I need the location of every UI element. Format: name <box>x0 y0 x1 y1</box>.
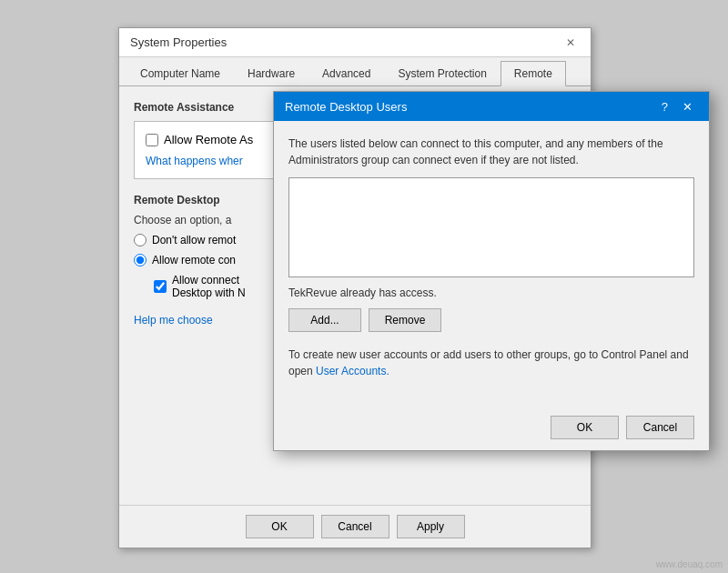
tab-remote[interactable]: Remote <box>500 61 566 86</box>
user-accounts-link[interactable]: User Accounts. <box>316 365 389 377</box>
rdu-close-button[interactable]: ✕ <box>677 99 698 115</box>
system-properties-title: System Properties <box>130 35 227 49</box>
system-properties-footer: OK Cancel Apply <box>119 505 591 548</box>
system-properties-titlebar: System Properties ✕ <box>119 28 591 57</box>
tab-hardware[interactable]: Hardware <box>234 61 308 86</box>
rdu-titlebar: Remote Desktop Users ? ✕ <box>274 92 709 121</box>
rdu-remove-button[interactable]: Remove <box>369 308 441 332</box>
sp-apply-button[interactable]: Apply <box>397 515 465 538</box>
tab-computer-name[interactable]: Computer Name <box>126 61 234 86</box>
rdu-access-text: TekRevue already has access. <box>288 286 694 299</box>
system-properties-controls: ✕ <box>561 34 580 52</box>
tab-bar: Computer Name Hardware Advanced System P… <box>119 57 591 86</box>
rdu-titlebar-controls: ? ✕ <box>656 99 698 115</box>
help-me-choose-link[interactable]: Help me choose <box>134 314 213 327</box>
allow-remote-assistance-checkbox[interactable] <box>146 134 158 146</box>
watermark: www.deuaq.com <box>656 559 723 569</box>
allow-remote-assistance-label: Allow Remote As <box>164 133 253 146</box>
allow-connect-label: Allow connect Desktop with N <box>172 274 246 299</box>
dont-allow-radio[interactable] <box>134 234 147 246</box>
rdu-ok-button[interactable]: OK <box>551 416 619 439</box>
rdu-users-listbox[interactable] <box>288 177 694 277</box>
dont-allow-label: Don't allow remot <box>152 234 236 246</box>
rdu-description: The users listed below can connect to th… <box>288 136 694 168</box>
sp-cancel-button[interactable]: Cancel <box>321 515 389 538</box>
what-happens-link[interactable]: What happens wher <box>146 155 243 167</box>
rdu-cancel-button[interactable]: Cancel <box>626 416 694 439</box>
rdu-title: Remote Desktop Users <box>285 100 407 114</box>
rdu-content: The users listed below can connect to th… <box>274 121 709 408</box>
rdu-help-button[interactable]: ? <box>656 99 673 115</box>
allow-remote-radio[interactable] <box>134 254 147 266</box>
rdu-add-button[interactable]: Add... <box>288 308 361 332</box>
system-properties-close-button[interactable]: ✕ <box>561 34 580 52</box>
tab-advanced[interactable]: Advanced <box>308 61 384 86</box>
rdu-action-buttons: Add... Remove <box>288 308 694 332</box>
tab-system-protection[interactable]: System Protection <box>384 61 500 86</box>
rdu-footer: OK Cancel <box>274 408 709 450</box>
sp-ok-button[interactable]: OK <box>246 515 314 538</box>
rdu-dialog: Remote Desktop Users ? ✕ The users liste… <box>273 91 710 451</box>
rdu-note: To create new user accounts or add users… <box>288 347 694 379</box>
allow-remote-label: Allow remote con <box>152 254 236 266</box>
allow-connect-checkbox[interactable] <box>154 280 167 293</box>
